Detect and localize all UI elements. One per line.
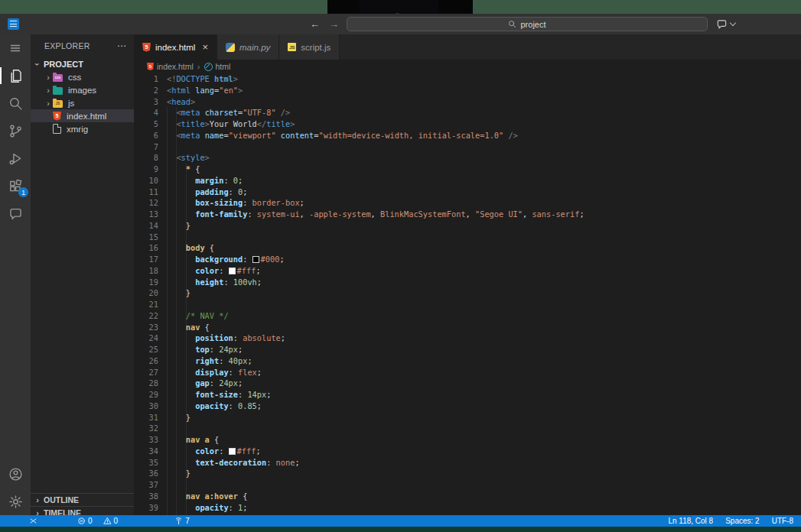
tree-item-js[interactable]: ›JSjs xyxy=(31,96,134,109)
html-file-icon: 5 xyxy=(147,63,154,70)
activity-search-button[interactable] xyxy=(0,89,31,117)
folder-badge: css xyxy=(53,76,63,79)
status-problems-errors[interactable]: 0 xyxy=(77,517,93,525)
code-line-36[interactable]: 36 } xyxy=(134,468,801,479)
code-line-20[interactable]: 20 } xyxy=(134,287,801,299)
chevron-down-icon xyxy=(730,20,736,26)
tab-script.js[interactable]: JSscript.js xyxy=(279,34,340,60)
code-line-27[interactable]: 27 display: flex; xyxy=(134,367,801,378)
code-line-29[interactable]: 29 font-size: 14px; xyxy=(134,389,801,401)
tree-root-project[interactable]: › PROJECT xyxy=(31,57,134,70)
code-line-33[interactable]: 33 nav a { xyxy=(134,434,801,446)
line-content: } xyxy=(167,287,190,299)
code-line-24[interactable]: 24 position: absolute; xyxy=(134,332,801,344)
code-line-12[interactable]: 12 box-sizing: border-box; xyxy=(134,197,801,209)
code-line-35[interactable]: 35 text-decoration: none; xyxy=(134,457,801,469)
code-line-22[interactable]: 22 /* NAV */ xyxy=(134,310,801,322)
status-indentation[interactable]: Spaces: 2 xyxy=(725,517,759,525)
code-line-39[interactable]: 39 opacity: 1; xyxy=(134,502,801,514)
code-line-13[interactable]: 13 font-family: system-ui, -apple-system… xyxy=(134,209,801,220)
code-line-9[interactable]: 9 * { xyxy=(134,164,801,175)
tree-item-images[interactable]: ›images xyxy=(31,83,134,96)
code-line-11[interactable]: 11 padding: 0; xyxy=(134,187,801,198)
activity-source-control-button[interactable] xyxy=(0,117,31,144)
code-line-37[interactable]: 37 xyxy=(134,479,801,491)
tree-item-index.html[interactable]: 5index.html xyxy=(31,109,134,122)
line-content: nav a { xyxy=(167,434,219,446)
code-line-28[interactable]: 28 gap: 24px; xyxy=(134,378,801,389)
line-number: 11 xyxy=(134,187,158,198)
line-number: 13 xyxy=(134,209,158,220)
indent-guide xyxy=(167,107,168,515)
tree-item-xmrig[interactable]: xmrig xyxy=(31,122,134,135)
code-line-5[interactable]: 5 <title>Your World</title> xyxy=(134,118,801,130)
status-cursor-position[interactable]: Ln 118, Col 8 xyxy=(668,517,713,525)
color-swatch[interactable] xyxy=(229,448,236,455)
activity-run-debug-button[interactable] xyxy=(0,144,31,172)
activity-account-button[interactable] xyxy=(0,460,31,488)
code-line-14[interactable]: 14 } xyxy=(134,220,801,232)
code-line-17[interactable]: 17 background: #000; xyxy=(134,254,801,265)
line-content: <head> xyxy=(167,96,195,108)
line-content: <title>Your World</title> xyxy=(167,118,295,130)
status-problems-warnings[interactable]: 0 xyxy=(103,517,119,525)
code-line-31[interactable]: 31 } xyxy=(134,412,801,423)
code-line-30[interactable]: 30 opacity: 0.85; xyxy=(134,401,801,412)
line-content: nav { xyxy=(167,322,210,333)
line-number: 22 xyxy=(134,310,158,322)
tab-label: index.html xyxy=(155,43,195,52)
activity-settings-button[interactable] xyxy=(0,488,31,515)
code-line-10[interactable]: 10 margin: 0; xyxy=(134,175,801,187)
code-line-4[interactable]: 4 <meta charset="UTF-8" /> xyxy=(134,107,801,118)
code-line-16[interactable]: 16 body { xyxy=(134,242,801,254)
code-area[interactable]: 1<!DOCTYPE html>2<html lang="en">3<head>… xyxy=(134,73,801,515)
color-swatch[interactable] xyxy=(229,268,236,274)
forward-arrow-button[interactable]: → xyxy=(329,18,339,30)
code-line-8[interactable]: 8 <style> xyxy=(134,152,801,164)
line-content: } xyxy=(167,220,190,232)
breadcrumb-item-html[interactable]: html xyxy=(204,62,231,71)
activity-menu-button[interactable] xyxy=(0,34,31,62)
close-tab-icon[interactable]: × xyxy=(202,42,208,52)
status-remote-indicator[interactable] xyxy=(29,517,37,525)
code-line-19[interactable]: 19 height: 100vh; xyxy=(134,277,801,288)
indent-guide xyxy=(176,107,177,515)
copilot-chat-button[interactable] xyxy=(716,14,735,34)
code-line-1[interactable]: 1<!DOCTYPE html> xyxy=(134,73,801,85)
tab-main.py[interactable]: main.py xyxy=(217,34,279,60)
code-line-18[interactable]: 18 color: #fff; xyxy=(134,265,801,277)
line-content: background: #000; xyxy=(167,254,285,265)
code-line-3[interactable]: 3<head> xyxy=(134,96,801,108)
code-line-32[interactable]: 32 xyxy=(134,423,801,434)
tab-index.html[interactable]: 5index.html× xyxy=(134,34,217,60)
back-arrow-button[interactable]: ← xyxy=(310,18,320,30)
color-swatch[interactable] xyxy=(252,256,259,263)
code-line-38[interactable]: 38 nav a:hover { xyxy=(134,491,801,502)
code-line-21[interactable]: 21 xyxy=(134,299,801,310)
code-line-6[interactable]: 6 <meta name="viewport" content="width=d… xyxy=(134,130,801,141)
line-content: color: #fff; xyxy=(167,446,261,457)
code-line-23[interactable]: 23 nav { xyxy=(134,322,801,333)
code-line-2[interactable]: 2<html lang="en"> xyxy=(134,85,801,96)
tree-item-css[interactable]: ›csscss xyxy=(31,70,134,83)
line-number: 25 xyxy=(134,344,158,355)
history-nav: ← → xyxy=(310,14,339,34)
folder-file-icon xyxy=(53,87,63,95)
code-line-7[interactable]: 7 xyxy=(134,141,801,153)
code-line-15[interactable]: 15 xyxy=(134,232,801,243)
outline-panel-header[interactable]: › OUTLINE xyxy=(31,493,134,505)
command-center-search[interactable]: project xyxy=(347,17,708,31)
line-number: 20 xyxy=(134,287,158,299)
code-line-26[interactable]: 26 right: 40px; xyxy=(134,355,801,367)
symbol-file-icon xyxy=(204,63,213,71)
activity-explorer-button[interactable] xyxy=(0,62,31,89)
status-encoding[interactable]: UTF-8 xyxy=(772,517,793,525)
code-line-34[interactable]: 34 color: #fff; xyxy=(134,446,801,457)
activity-chat-button[interactable] xyxy=(0,200,31,227)
line-content: opacity: 1; xyxy=(167,502,247,514)
status-ports-forwarded[interactable]: 7 xyxy=(174,517,190,525)
breadcrumb-item-index.html[interactable]: 5index.html xyxy=(147,62,194,71)
activity-extensions-button[interactable]: 1 xyxy=(0,172,31,200)
code-line-25[interactable]: 25 top: 24px; xyxy=(134,344,801,355)
more-actions-icon[interactable]: ⋯ xyxy=(117,41,126,51)
